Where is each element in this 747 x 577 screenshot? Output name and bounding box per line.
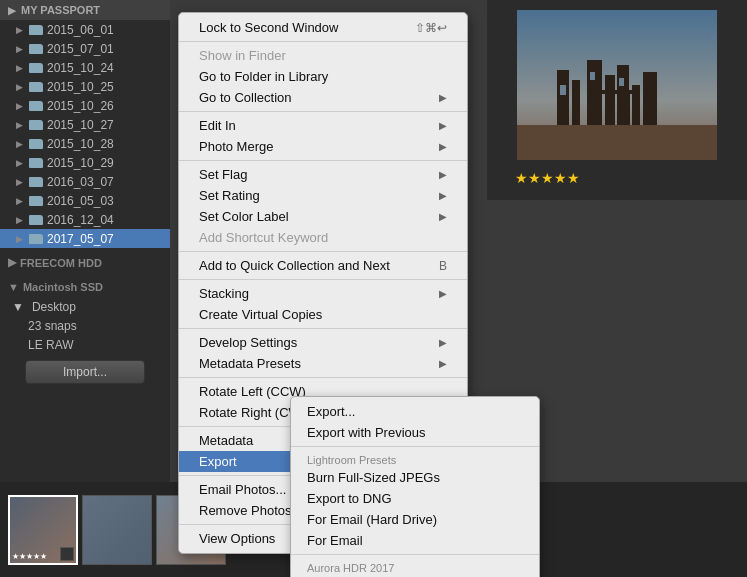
svg-rect-13 xyxy=(590,72,595,80)
sidebar-item-2015_07_01[interactable]: ▶2015_07_01 xyxy=(0,39,170,58)
sidebar-item-leraw[interactable]: LE RAW xyxy=(0,335,170,354)
svg-rect-12 xyxy=(560,85,566,95)
folder-arrow: ▶ xyxy=(16,120,23,130)
svg-rect-1 xyxy=(517,125,717,160)
export-submenu: Export... Export with Previous Lightroom… xyxy=(290,396,540,577)
sub-email-hd[interactable]: For Email (Hard Drive) xyxy=(291,509,539,530)
ctx-sep-6 xyxy=(179,328,467,329)
folder-arrow: ▶ xyxy=(16,44,23,54)
svg-rect-3 xyxy=(572,80,580,125)
sidebar-item-2015_10_28[interactable]: ▶2015_10_28 xyxy=(0,134,170,153)
sidebar-item-2016_12_04[interactable]: ▶2016_12_04 xyxy=(0,210,170,229)
sidebar-item-2017_05_07[interactable]: ▶2017_05_07 xyxy=(0,229,170,248)
svg-rect-2 xyxy=(557,70,569,125)
sub-section-aurora2017: Aurora HDR 2017 xyxy=(291,558,539,575)
sidebar-item-2015_10_29[interactable]: ▶2015_10_29 xyxy=(0,153,170,172)
sidebar-item-2015_10_27[interactable]: ▶2015_10_27 xyxy=(0,115,170,134)
ctx-set-flag[interactable]: Set Flag ▶ xyxy=(179,164,467,185)
preview-panel: ★★★★★ xyxy=(487,0,747,200)
import-button[interactable]: Import... xyxy=(25,360,145,384)
ctx-sep-5 xyxy=(179,279,467,280)
svg-rect-8 xyxy=(643,72,657,125)
ctx-add-quick-collection[interactable]: Add to Quick Collection and Next B xyxy=(179,255,467,276)
ctx-show-finder: Show in Finder xyxy=(179,45,467,66)
sidebar-header-freecom: ▶ FREECOM HDD xyxy=(0,252,170,273)
sidebar-header-macintosh: ▼ Macintosh SSD xyxy=(0,277,170,297)
folder-arrow: ▶ xyxy=(16,139,23,149)
sub-export[interactable]: Export... xyxy=(291,401,539,422)
folder-arrow: ▶ xyxy=(16,63,23,73)
sub-burn-jpegs[interactable]: Burn Full-Sized JPEGs xyxy=(291,467,539,488)
sidebar-item-2015_06_01[interactable]: ▶2015_06_01 xyxy=(0,20,170,39)
svg-rect-14 xyxy=(619,78,624,86)
chevron-icon: ▶ xyxy=(8,256,16,269)
ctx-lock-to-second-window[interactable]: Lock to Second Window ⇧⌘↩ xyxy=(179,17,467,38)
folder-icon: ▶ xyxy=(8,5,16,16)
folder-arrow: ▶ xyxy=(16,101,23,111)
ctx-photo-merge[interactable]: Photo Merge ▶ xyxy=(179,136,467,157)
chevron-down-icon: ▼ xyxy=(12,300,24,314)
sub-section-lightroom: Lightroom Presets xyxy=(291,450,539,467)
preview-image xyxy=(517,10,717,160)
ctx-sep-7 xyxy=(179,377,467,378)
filmstrip-stars-1: ★★★★★ xyxy=(12,552,47,561)
sub-sep-1 xyxy=(291,446,539,447)
sidebar-item-desktop[interactable]: ▼ Desktop xyxy=(0,297,170,316)
sidebar-item-2016_05_03[interactable]: ▶2016_05_03 xyxy=(0,191,170,210)
ctx-edit-in[interactable]: Edit In ▶ xyxy=(179,115,467,136)
sub-sep-2 xyxy=(291,554,539,555)
svg-rect-10 xyxy=(589,94,595,125)
sidebar-item-snaps[interactable]: 23 snaps xyxy=(0,316,170,335)
ctx-create-virtual-copies[interactable]: Create Virtual Copies xyxy=(179,304,467,325)
sub-email[interactable]: For Email xyxy=(291,530,539,551)
svg-rect-5 xyxy=(605,75,615,125)
ctx-go-to-folder[interactable]: Go to Folder in Library xyxy=(179,66,467,87)
ctx-sep-4 xyxy=(179,251,467,252)
ctx-go-to-collection[interactable]: Go to Collection ▶ xyxy=(179,87,467,108)
folder-arrow: ▶ xyxy=(16,25,23,35)
preview-stars: ★★★★★ xyxy=(487,170,747,186)
folder-arrow: ▶ xyxy=(16,215,23,225)
sidebar-item-2015_10_25[interactable]: ▶2015_10_25 xyxy=(0,77,170,96)
ctx-develop-settings[interactable]: Develop Settings ▶ xyxy=(179,332,467,353)
folder-arrow: ▶ xyxy=(16,196,23,206)
ctx-sep-1 xyxy=(179,41,467,42)
chevron-down-icon: ▼ xyxy=(8,281,19,293)
sidebar-item-2015_10_24[interactable]: ▶2015_10_24 xyxy=(0,58,170,77)
ctx-metadata-presets[interactable]: Metadata Presets ▶ xyxy=(179,353,467,374)
sidebar-item-2015_10_26[interactable]: ▶2015_10_26 xyxy=(0,96,170,115)
folder-arrow: ▶ xyxy=(16,158,23,168)
ctx-add-shortcut: Add Shortcut Keyword xyxy=(179,227,467,248)
sidebar-item-2016_03_07[interactable]: ▶2016_03_07 xyxy=(0,172,170,191)
filmstrip-thumb-1[interactable]: ★★★★★ xyxy=(8,495,78,565)
ctx-stacking[interactable]: Stacking ▶ xyxy=(179,283,467,304)
sub-export-dng[interactable]: Export to DNG xyxy=(291,488,539,509)
filmstrip-badge-1 xyxy=(60,547,74,561)
ctx-sep-3 xyxy=(179,160,467,161)
svg-rect-7 xyxy=(632,85,640,125)
sidebar-header-passport: ▶ MY PASSPORT xyxy=(0,0,170,20)
folder-arrow: ▶ xyxy=(16,234,23,244)
folder-arrow: ▶ xyxy=(16,82,23,92)
folder-arrow: ▶ xyxy=(16,177,23,187)
svg-rect-9 xyxy=(587,90,632,94)
ctx-sep-2 xyxy=(179,111,467,112)
ctx-set-color-label[interactable]: Set Color Label ▶ xyxy=(179,206,467,227)
svg-rect-11 xyxy=(624,94,630,125)
ctx-set-rating[interactable]: Set Rating ▶ xyxy=(179,185,467,206)
filmstrip-thumb-2[interactable] xyxy=(82,495,152,565)
sub-export-previous[interactable]: Export with Previous xyxy=(291,422,539,443)
